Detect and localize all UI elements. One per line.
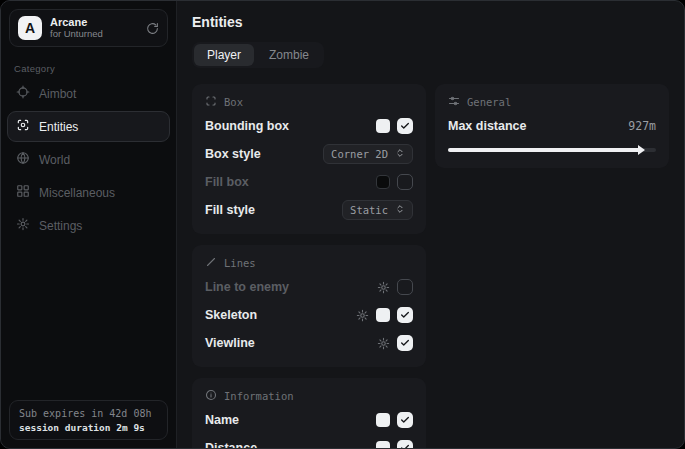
max-distance-slider[interactable] bbox=[448, 145, 656, 155]
app-window: A Arcane for Unturned Category Aimbot bbox=[0, 0, 685, 449]
information-card: Information Name Distance bbox=[192, 378, 426, 448]
bounding-box-checkbox[interactable] bbox=[397, 118, 413, 134]
setting-row: Viewline bbox=[205, 332, 413, 354]
setting-label: Fill box bbox=[205, 175, 249, 189]
card-title: General bbox=[467, 96, 511, 108]
setting-label: Max distance bbox=[448, 119, 527, 133]
chevrons-up-down-icon bbox=[395, 148, 405, 160]
setting-label: Name bbox=[205, 413, 239, 427]
sidebar-item-label: Aimbot bbox=[39, 87, 76, 101]
setting-row: Box style Corner 2D bbox=[205, 143, 413, 165]
info-icon bbox=[205, 389, 217, 403]
box-card: Box Bounding box Box style bbox=[192, 84, 426, 234]
gear-icon bbox=[16, 217, 30, 234]
category-label: Category bbox=[14, 63, 176, 74]
gear-icon[interactable] bbox=[377, 281, 390, 294]
app-subtitle: for Unturned bbox=[50, 29, 138, 40]
general-card: General Max distance 927m bbox=[435, 84, 669, 168]
sidebar: A Arcane for Unturned Category Aimbot bbox=[1, 1, 177, 448]
card-title: Information bbox=[224, 390, 294, 402]
entity-tabs: Player Zombie bbox=[192, 42, 324, 68]
sidebar-item-label: Miscellaneous bbox=[39, 186, 115, 200]
max-distance-value: 927m bbox=[628, 119, 656, 133]
card-title: Lines bbox=[224, 257, 256, 269]
box-style-dropdown[interactable]: Corner 2D bbox=[323, 144, 413, 164]
setting-label: Bounding box bbox=[205, 119, 289, 133]
chevrons-up-down-icon bbox=[395, 204, 405, 216]
app-logo: A bbox=[18, 16, 42, 40]
scan-icon bbox=[16, 118, 30, 135]
color-swatch[interactable] bbox=[376, 413, 390, 427]
grid-icon bbox=[16, 184, 30, 201]
sidebar-nav: Aimbot Entities World bbox=[1, 76, 176, 243]
setting-row: Fill style Static bbox=[205, 199, 413, 221]
color-swatch[interactable] bbox=[376, 308, 390, 322]
color-swatch[interactable] bbox=[376, 175, 390, 189]
sidebar-item-label: Settings bbox=[39, 219, 82, 233]
sidebar-item-miscellaneous[interactable]: Miscellaneous bbox=[7, 177, 170, 208]
fill-style-dropdown[interactable]: Static bbox=[342, 200, 413, 220]
distance-checkbox[interactable] bbox=[397, 440, 413, 448]
sidebar-item-aimbot[interactable]: Aimbot bbox=[7, 78, 170, 109]
sub-expiry-text: Sub expires in 42d 08h bbox=[19, 408, 158, 419]
color-swatch[interactable] bbox=[376, 119, 390, 133]
viewline-checkbox[interactable] bbox=[397, 335, 413, 351]
setting-label: Fill style bbox=[205, 203, 255, 217]
sidebar-item-world[interactable]: World bbox=[7, 144, 170, 175]
tab-zombie[interactable]: Zombie bbox=[256, 44, 322, 66]
setting-label: Box style bbox=[205, 147, 261, 161]
gear-icon[interactable] bbox=[356, 309, 369, 322]
main-panel: Entities Player Zombie Box bbox=[177, 1, 684, 448]
tab-player[interactable]: Player bbox=[194, 44, 254, 66]
setting-label: Viewline bbox=[205, 336, 255, 350]
name-checkbox[interactable] bbox=[397, 412, 413, 428]
setting-label: Line to enemy bbox=[205, 280, 289, 294]
slider-fill bbox=[448, 148, 639, 152]
session-duration-text: session duration 2m 9s bbox=[19, 422, 158, 433]
line-icon bbox=[205, 256, 217, 270]
setting-row: Bounding box bbox=[205, 115, 413, 137]
color-swatch[interactable] bbox=[376, 441, 390, 448]
setting-row: Name bbox=[205, 409, 413, 431]
sidebar-item-settings[interactable]: Settings bbox=[7, 210, 170, 241]
page-title: Entities bbox=[192, 14, 669, 30]
skeleton-checkbox[interactable] bbox=[397, 307, 413, 323]
app-header: A Arcane for Unturned bbox=[9, 9, 168, 47]
setting-row: Line to enemy bbox=[205, 276, 413, 298]
sidebar-item-entities[interactable]: Entities bbox=[7, 111, 170, 142]
gear-icon[interactable] bbox=[377, 337, 390, 350]
setting-row: Distance bbox=[205, 437, 413, 448]
subscription-status: Sub expires in 42d 08h session duration … bbox=[9, 400, 168, 440]
crosshair-icon bbox=[16, 85, 30, 102]
setting-label: Distance bbox=[205, 441, 257, 448]
box-corners-icon bbox=[205, 95, 217, 109]
sidebar-item-label: Entities bbox=[39, 120, 78, 134]
sync-icon[interactable] bbox=[146, 22, 159, 35]
setting-label: Skeleton bbox=[205, 308, 257, 322]
globe-icon bbox=[16, 151, 30, 168]
fill-box-checkbox[interactable] bbox=[397, 174, 413, 190]
lines-card: Lines Line to enemy bbox=[192, 245, 426, 367]
line-to-enemy-checkbox[interactable] bbox=[397, 279, 413, 295]
card-title: Box bbox=[224, 96, 243, 108]
sidebar-item-label: World bbox=[39, 153, 70, 167]
app-name: Arcane bbox=[50, 16, 138, 29]
sliders-icon bbox=[448, 95, 460, 109]
setting-row: Skeleton bbox=[205, 304, 413, 326]
setting-row: Fill box bbox=[205, 171, 413, 193]
setting-row: Max distance 927m bbox=[448, 115, 656, 137]
